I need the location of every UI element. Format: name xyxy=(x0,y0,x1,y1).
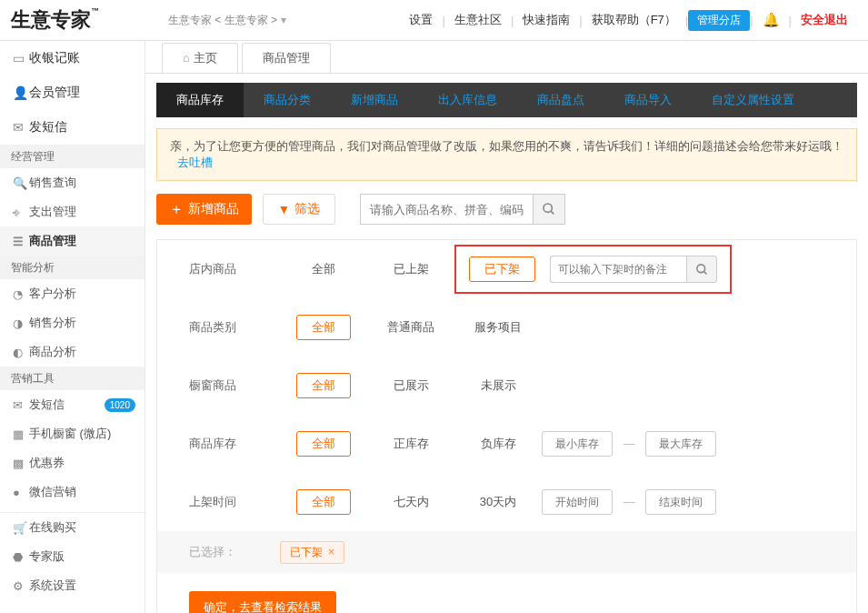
sidebar-sales-query[interactable]: 🔍销售查询 xyxy=(0,168,145,197)
cashier-icon: ▭ xyxy=(13,51,29,65)
shelf-all[interactable]: 全部 xyxy=(280,489,367,515)
sidebar-coupon[interactable]: ▩优惠券 xyxy=(0,448,145,477)
chevron-down-icon: ▾ xyxy=(281,14,286,26)
store-off-pill[interactable]: 已下架 xyxy=(469,256,535,282)
chart-icon: ◑ xyxy=(13,317,29,330)
cat-service[interactable]: 服务项目 xyxy=(454,319,542,336)
search-icon xyxy=(695,263,709,276)
logo: 生意专家™ xyxy=(0,6,145,34)
bell-icon[interactable]: 🔔 xyxy=(753,12,789,28)
sidebar-mobile-shop[interactable]: ▦手机橱窗 (微店) xyxy=(0,419,145,448)
sidebar: ▭收银记账 👤会员管理 ✉发短信 经营管理 🔍销售查询 ⎆支出管理 ☰商品管理 … xyxy=(0,41,145,613)
stock-max-input[interactable] xyxy=(645,431,716,457)
nav-exit[interactable]: 安全退出 xyxy=(792,12,857,28)
shelf-range: — xyxy=(542,489,716,515)
filter-shelf-label: 上架时间 xyxy=(189,494,280,510)
sidebar-expert[interactable]: ⬣专家版 xyxy=(0,542,145,571)
breadcrumb[interactable]: 生意专家 < 生意专家 >▾ xyxy=(145,13,286,28)
shelf-end-input[interactable] xyxy=(645,489,716,515)
sidebar-customer-analysis[interactable]: ◔客户分析 xyxy=(0,279,145,308)
cat-normal[interactable]: 普通商品 xyxy=(367,319,454,336)
show-off[interactable]: 未展示 xyxy=(454,377,542,394)
filter-selected-label: 已选择： xyxy=(189,544,280,560)
add-product-button[interactable]: ＋新增商品 xyxy=(156,194,252,225)
store-all[interactable]: 全部 xyxy=(280,261,367,277)
subtab-inout[interactable]: 出入库信息 xyxy=(418,83,517,117)
sidebar-member[interactable]: 👤会员管理 xyxy=(0,75,145,110)
member-icon: 👤 xyxy=(13,85,29,100)
tab-product-manage[interactable]: 商品管理 xyxy=(242,43,331,73)
gear-icon: ⚙ xyxy=(13,579,29,593)
sidebar-sms2[interactable]: ✉发短信1020 xyxy=(0,390,145,419)
sidebar-wechat[interactable]: ●微信营销 xyxy=(0,477,145,507)
list-icon: ☰ xyxy=(13,235,29,248)
envelope-icon: ✉ xyxy=(13,398,29,412)
svg-point-2 xyxy=(696,264,704,272)
nav-help[interactable]: 获取帮助（F7） xyxy=(583,12,685,28)
shelf-start-input[interactable] xyxy=(542,489,613,515)
show-on[interactable]: 已展示 xyxy=(367,377,454,394)
product-search-input[interactable] xyxy=(360,194,533,225)
stock-pos[interactable]: 正库存 xyxy=(367,436,454,452)
qr-icon: ▦ xyxy=(13,427,29,441)
notice-bar: 亲，为了让您更方便的管理商品，我们对商品管理做了改版，如果您用的不爽，请告诉我们… xyxy=(156,128,857,181)
subtab-check[interactable]: 商品盘点 xyxy=(517,83,604,117)
product-search xyxy=(360,194,565,225)
stock-range: — xyxy=(542,431,716,457)
filter-store: 店内商品 全部 已上架 已下架 xyxy=(157,240,856,298)
sidebar-expense[interactable]: ⎆支出管理 xyxy=(0,197,145,226)
nav-settings[interactable]: 设置 xyxy=(400,12,442,28)
stock-all[interactable]: 全部 xyxy=(280,431,367,457)
product-search-button[interactable] xyxy=(533,194,565,225)
top-bar: 生意专家™ 生意专家 < 生意专家 >▾ 设置| 生意社区| 快速指南| 获取帮… xyxy=(0,0,868,41)
sidebar-sales-analysis[interactable]: ◑销售分析 xyxy=(0,308,145,337)
shelf-30[interactable]: 30天内 xyxy=(454,494,542,510)
filter-store-label: 店内商品 xyxy=(189,261,280,277)
subtab-category[interactable]: 商品分类 xyxy=(244,83,331,117)
show-all[interactable]: 全部 xyxy=(280,373,367,398)
sidebar-cashier[interactable]: ▭收银记账 xyxy=(0,41,145,75)
nav-guide[interactable]: 快速指南 xyxy=(514,12,579,28)
confirm-search-button[interactable]: 确定，去查看检索结果 xyxy=(189,591,336,613)
sidebar-product-manage[interactable]: ☰商品管理 xyxy=(0,226,145,256)
coupon-icon: ▩ xyxy=(13,457,29,470)
subtab-import[interactable]: 商品导入 xyxy=(604,83,692,117)
nav-community[interactable]: 生意社区 xyxy=(445,12,511,28)
sidebar-product-analysis[interactable]: ◐商品分析 xyxy=(0,337,145,367)
trend-icon: ◐ xyxy=(13,346,29,359)
shelf-7[interactable]: 七天内 xyxy=(367,494,454,510)
tab-home[interactable]: ⌂主页 xyxy=(162,43,238,73)
filter-button[interactable]: ▼筛选 xyxy=(263,194,335,225)
main-panel: ⌂主页 商品管理 商品库存 商品分类 新增商品 出入库信息 商品盘点 商品导入 … xyxy=(145,41,868,613)
cart-icon: 🛒 xyxy=(13,521,29,535)
home-icon: ⌂ xyxy=(183,51,190,65)
filter-shelf: 上架时间 全部 七天内 30天内 — xyxy=(157,473,856,531)
filter-showcase-label: 橱窗商品 xyxy=(189,377,280,394)
off-remark-search-button[interactable] xyxy=(686,256,717,283)
subtab-stock[interactable]: 商品库存 xyxy=(156,83,244,117)
remove-tag-icon[interactable]: × xyxy=(328,546,334,558)
svg-line-3 xyxy=(703,271,706,274)
top-nav: 设置| 生意社区| 快速指南| 获取帮助（F7）| 管理分店| 🔔| 安全退出 xyxy=(400,10,868,31)
wechat-icon: ● xyxy=(13,486,29,499)
search-icon: 🔍 xyxy=(13,176,29,190)
selected-tag: 已下架 × xyxy=(280,541,344,564)
filter-panel: 店内商品 全部 已上架 已下架 商品类别 全部 普通商品 服务项目 橱窗商品 xyxy=(156,239,857,613)
section-business: 经营管理 xyxy=(0,145,145,168)
subtab-custom[interactable]: 自定义属性设置 xyxy=(692,83,814,117)
cat-all[interactable]: 全部 xyxy=(280,315,367,340)
stock-neg[interactable]: 负库存 xyxy=(454,436,542,452)
sidebar-settings[interactable]: ⚙系统设置 xyxy=(0,571,145,600)
page-tabs: ⌂主页 商品管理 xyxy=(145,41,868,74)
store-on[interactable]: 已上架 xyxy=(367,261,454,277)
sidebar-sms[interactable]: ✉发短信 xyxy=(0,110,145,145)
stock-min-input[interactable] xyxy=(542,431,613,457)
nav-branch-button[interactable]: 管理分店 xyxy=(688,10,750,31)
subtab-add[interactable]: 新增商品 xyxy=(331,83,418,117)
sidebar-purchase[interactable]: 🛒在线购买 xyxy=(0,513,145,542)
notice-text: 亲，为了让您更方便的管理商品，我们对商品管理做了改版，如果您用的不爽，请告诉我们… xyxy=(170,139,843,153)
sub-tabs: 商品库存 商品分类 新增商品 出入库信息 商品盘点 商品导入 自定义属性设置 xyxy=(156,83,857,117)
notice-link[interactable]: 去吐槽 xyxy=(177,156,213,169)
off-remark-input[interactable] xyxy=(550,256,686,283)
plus-icon: ＋ xyxy=(169,200,184,219)
